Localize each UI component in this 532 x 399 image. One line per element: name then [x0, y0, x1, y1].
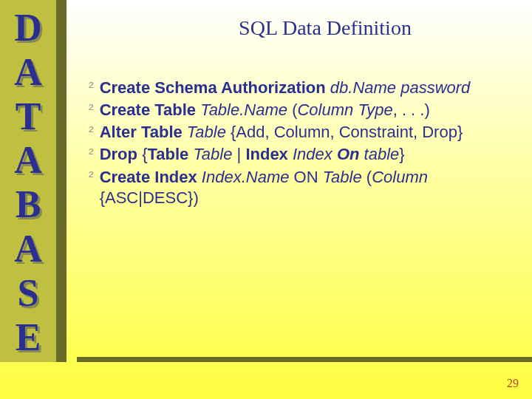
bullet-text: Create Table Table.Name (Column Type, . …	[100, 100, 430, 120]
bullet-item: ² Create Index Index.Name ON Table (Colu…	[89, 167, 521, 208]
bullet-icon: ²	[89, 122, 94, 142]
bullet-item: ² Create Table Table.Name (Column Type, …	[89, 100, 521, 120]
italic-text: Column Type	[297, 100, 392, 119]
bullet-item: ² Create Schema Authorization db.Name pa…	[89, 78, 521, 98]
sidebar-letter: D	[14, 6, 42, 50]
sidebar-letter: A	[14, 50, 42, 95]
slide-title: SQL Data Definition	[148, 16, 502, 40]
plain-text: }	[399, 145, 404, 163]
bullet-text: Create Schema Authorization db.Name pass…	[100, 78, 471, 98]
bold-text: Drop	[100, 145, 142, 163]
bullet-icon: ²	[89, 78, 94, 98]
content-area: ² Create Schema Authorization db.Name pa…	[89, 78, 521, 210]
bullet-text: Create Index Index.Name ON Table (Column…	[100, 167, 521, 208]
italic-text: table	[364, 145, 400, 163]
sidebar-letter: T	[16, 95, 41, 139]
bullet-icon: ²	[89, 167, 94, 187]
bullet-text: Drop {Table Table | Index Index On table…	[100, 144, 405, 165]
plain-text: ON	[289, 168, 322, 186]
plain-text: {ASC|DESC})	[100, 188, 199, 207]
sidebar-letter: A	[14, 138, 42, 183]
slide: D A T A B A S E SQL Data Definition ² Cr…	[0, 0, 532, 399]
sidebar-letter: A	[14, 227, 42, 271]
bullet-icon: ²	[89, 100, 94, 120]
bold-text: Table	[147, 145, 193, 163]
bullet-text: Alter Table Table {Add, Column, Constrai…	[100, 122, 463, 143]
divider-bar	[77, 357, 532, 362]
bullet-icon: ²	[89, 144, 94, 164]
bullet-item: ² Alter Table Table {Add, Column, Constr…	[89, 122, 521, 143]
sidebar-letter: E	[16, 316, 41, 360]
plain-text: , . . .)	[393, 100, 430, 119]
bullet-item: ² Drop {Table Table | Index Index On tab…	[89, 144, 521, 165]
sidebar-letter: S	[18, 271, 39, 316]
italic-text: Table	[193, 145, 236, 163]
italic-text: Table	[323, 168, 366, 186]
sidebar: D A T A B A S E	[0, 0, 66, 362]
italic-text: Column	[372, 168, 428, 186]
bold-text: Alter Table	[100, 123, 187, 141]
bold-text: Create Index	[100, 168, 202, 186]
italic-text: Index	[293, 145, 337, 163]
sidebar-letter: B	[16, 183, 41, 227]
bold-text: Create Schema Authorization	[100, 78, 330, 97]
page-number: 29	[507, 377, 519, 390]
plain-text: |	[237, 145, 246, 163]
italic-text: Index.Name	[202, 168, 290, 186]
italic-text: Table.Name	[200, 100, 292, 119]
bolditalic-text: On	[337, 145, 364, 163]
plain-text: {Add, Column, Constraint, Drop}	[231, 123, 463, 141]
bold-text: Create Table	[100, 100, 201, 119]
italic-text: db.Name password	[330, 78, 471, 97]
italic-text: Table	[187, 123, 231, 141]
bold-text: Index	[245, 145, 293, 163]
